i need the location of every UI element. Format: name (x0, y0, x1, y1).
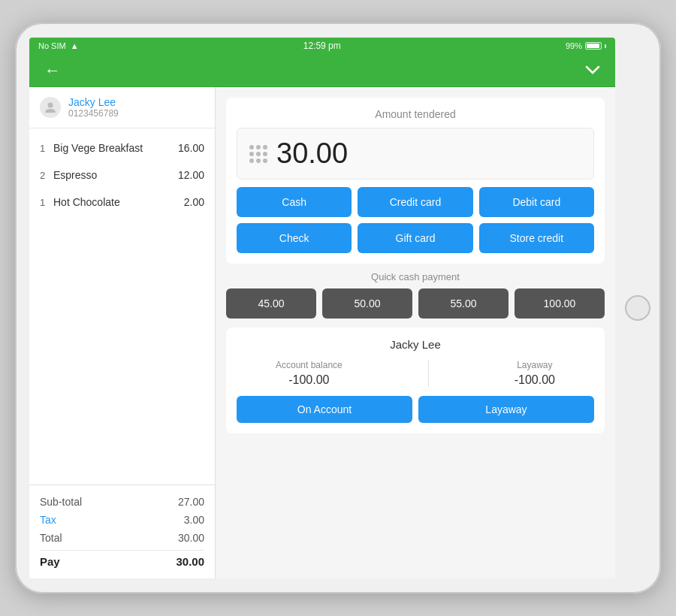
amount-display: 30.00 (237, 128, 594, 180)
layaway-item: Layaway -100.00 (515, 360, 555, 387)
carrier-text: No SIM (38, 41, 66, 50)
subtotal-value: 27.00 (178, 496, 204, 508)
quick-cash-section: Quick cash payment 45.00 50.00 55.00 100… (226, 271, 605, 319)
tax-value: 3.00 (184, 514, 204, 526)
subtotal-label: Sub-total (40, 496, 82, 508)
item-name: Big Vege Breakfast (53, 142, 178, 154)
amount-value: 30.00 (276, 137, 581, 170)
customer-row[interactable]: Jacky Lee 0123456789 (29, 87, 215, 128)
item-name: Espresso (53, 169, 178, 181)
quick-cash-100[interactable]: 100.00 (515, 288, 605, 319)
account-section: Jacky Lee Account balance -100.00 Layawa… (226, 328, 605, 433)
item-price: 16.00 (178, 142, 204, 154)
status-bar: No SIM ▲ 12:59 pm 99% (29, 38, 615, 54)
order-item: 1 Hot Chocolate 2.00 (29, 189, 215, 216)
quick-cash-50[interactable]: 50.00 (322, 288, 412, 319)
account-title: Jacky Lee (237, 338, 594, 351)
order-totals: Sub-total 27.00 Tax 3.00 Total 30.00 Pay… (29, 485, 215, 578)
account-balance-item: Account balance -100.00 (276, 360, 343, 387)
chevron-down-icon (585, 65, 600, 74)
account-divider (428, 360, 429, 387)
screen: No SIM ▲ 12:59 pm 99% ← (29, 38, 615, 578)
item-name: Hot Chocolate (53, 196, 184, 208)
quick-cash-buttons: 45.00 50.00 55.00 100.00 (226, 288, 605, 319)
amount-section: Amount tendered 30.00 Cash Credit card (226, 98, 605, 264)
balance-value: -100.00 (276, 373, 343, 387)
battery-icon (585, 42, 602, 50)
layaway-label: Layaway (515, 360, 555, 370)
account-info: Account balance -100.00 Layaway -100.00 (237, 360, 594, 387)
pay-row: Pay 30.00 (40, 550, 204, 571)
gift-card-button[interactable]: Gift card (358, 223, 472, 253)
layaway-value: -100.00 (515, 373, 555, 387)
store-credit-button[interactable]: Store credit (479, 223, 594, 253)
status-time: 12:59 pm (303, 41, 341, 51)
check-button[interactable]: Check (237, 223, 352, 253)
right-panel: Amount tendered 30.00 Cash Credit card (216, 87, 615, 578)
subtotal-row: Sub-total 27.00 (40, 493, 204, 511)
debit-card-button[interactable]: Debit card (479, 187, 594, 217)
status-right: 99% (566, 41, 606, 50)
tablet-shell: No SIM ▲ 12:59 pm 99% ← (15, 23, 661, 593)
avatar (40, 97, 61, 118)
left-panel: Jacky Lee 0123456789 1 Big Vege Breakfas… (29, 87, 216, 578)
home-button[interactable] (625, 295, 650, 321)
back-button[interactable]: ← (44, 61, 61, 80)
item-qty: 2 (40, 170, 53, 181)
tax-row: Tax 3.00 (40, 511, 204, 529)
dropdown-button[interactable] (585, 62, 600, 78)
item-qty: 1 (40, 143, 53, 154)
svg-point-0 (48, 103, 53, 108)
pay-label: Pay (40, 555, 60, 568)
item-qty: 1 (40, 197, 53, 208)
customer-name: Jacky Lee (68, 96, 119, 108)
account-buttons: On Account Layaway (237, 396, 594, 423)
person-icon (44, 101, 56, 113)
item-price: 2.00 (184, 196, 204, 208)
cash-button[interactable]: Cash (237, 187, 352, 217)
order-item: 2 Espresso 12.00 (29, 162, 215, 189)
main-content: Jacky Lee 0123456789 1 Big Vege Breakfas… (29, 87, 615, 578)
tax-label: Tax (40, 514, 56, 526)
total-row: Total 30.00 (40, 529, 204, 547)
balance-label: Account balance (276, 360, 343, 370)
customer-info: Jacky Lee 0123456789 (68, 96, 119, 119)
battery-tip (605, 44, 606, 48)
wifi-icon: ▲ (71, 41, 79, 50)
total-value: 30.00 (178, 532, 204, 544)
layaway-button[interactable]: Layaway (418, 396, 594, 423)
on-account-button[interactable]: On Account (237, 396, 412, 423)
keypad-icon (249, 145, 267, 163)
pay-value: 30.00 (176, 555, 204, 568)
order-items-list: 1 Big Vege Breakfast 16.00 2 Espresso 12… (29, 128, 215, 485)
total-label: Total (40, 532, 62, 544)
item-price: 12.00 (178, 169, 204, 181)
battery-percent: 99% (566, 41, 582, 50)
credit-card-button[interactable]: Credit card (358, 187, 472, 217)
payment-buttons: Cash Credit card Debit card Check Gift c… (237, 180, 594, 253)
amount-label: Amount tendered (237, 108, 594, 120)
quick-cash-45[interactable]: 45.00 (226, 288, 316, 319)
nav-bar: ← (29, 54, 615, 87)
quick-cash-55[interactable]: 55.00 (418, 288, 509, 319)
status-left: No SIM ▲ (38, 41, 79, 50)
order-item: 1 Big Vege Breakfast 16.00 (29, 134, 215, 162)
quick-cash-label: Quick cash payment (226, 271, 605, 282)
customer-phone: 0123456789 (68, 108, 119, 119)
